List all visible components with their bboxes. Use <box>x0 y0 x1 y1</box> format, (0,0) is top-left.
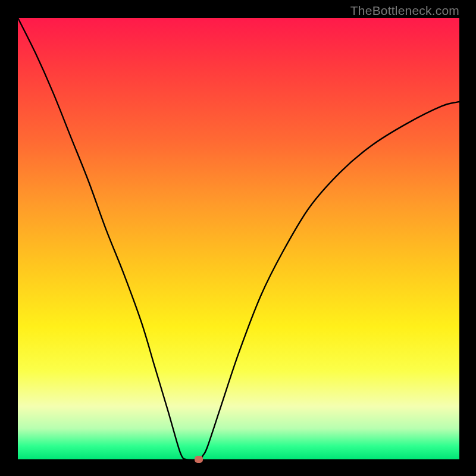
chart-stage: TheBottleneck.com <box>0 0 476 476</box>
optimal-marker <box>195 456 203 463</box>
curve-path <box>18 18 459 459</box>
bottleneck-curve <box>18 18 459 459</box>
plot-area <box>18 18 459 459</box>
watermark-text: TheBottleneck.com <box>350 4 459 18</box>
